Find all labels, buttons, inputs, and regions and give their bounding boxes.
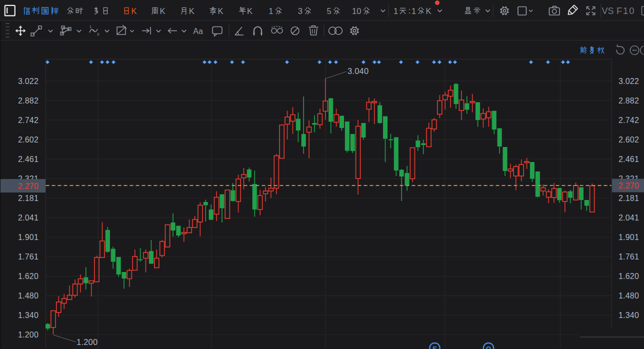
svg-text:2.181: 2.181 bbox=[618, 194, 639, 202]
svg-text:2.882: 2.882 bbox=[618, 96, 639, 105]
svg-text:2.602: 2.602 bbox=[18, 136, 38, 144]
svg-text:1.901: 1.901 bbox=[18, 233, 38, 242]
svg-text:1.200: 1.200 bbox=[76, 338, 98, 346]
svg-text:2.041: 2.041 bbox=[618, 214, 639, 222]
svg-text:1.480: 1.480 bbox=[618, 292, 639, 300]
svg-text:1.901: 1.901 bbox=[618, 233, 639, 242]
svg-text:1: 1 bbox=[394, 6, 398, 16]
svg-text:K: K bbox=[426, 6, 431, 16]
svg-text:2.882: 2.882 bbox=[18, 96, 38, 105]
svg-text:K: K bbox=[247, 6, 252, 16]
svg-text:VS: VS bbox=[602, 6, 614, 16]
svg-text:3: 3 bbox=[97, 32, 100, 36]
svg-text:2.742: 2.742 bbox=[618, 116, 639, 124]
svg-text:E: E bbox=[432, 345, 437, 349]
svg-text::: : bbox=[408, 6, 411, 15]
svg-text:K: K bbox=[218, 6, 224, 16]
svg-text:2.181: 2.181 bbox=[18, 194, 38, 202]
svg-text:2.742: 2.742 bbox=[18, 116, 38, 124]
svg-text:K: K bbox=[189, 6, 194, 16]
svg-text:1.620: 1.620 bbox=[18, 272, 38, 280]
svg-text:3: 3 bbox=[298, 6, 302, 16]
svg-text:2.041: 2.041 bbox=[18, 214, 38, 222]
svg-text:1: 1 bbox=[90, 24, 92, 29]
svg-text:1: 1 bbox=[412, 6, 416, 16]
svg-text:3.022: 3.022 bbox=[618, 77, 639, 86]
svg-text:1.200: 1.200 bbox=[18, 330, 38, 339]
svg-text:2.270: 2.270 bbox=[618, 182, 639, 190]
svg-text:10: 10 bbox=[352, 6, 361, 16]
svg-text:3.040: 3.040 bbox=[348, 66, 368, 76]
svg-text:Aa: Aa bbox=[193, 27, 203, 36]
svg-text:2.461: 2.461 bbox=[18, 155, 38, 164]
svg-text:2.270: 2.270 bbox=[18, 182, 38, 190]
svg-text:2.602: 2.602 bbox=[618, 136, 639, 144]
svg-text:1: 1 bbox=[268, 6, 273, 16]
svg-text:1.340: 1.340 bbox=[618, 311, 639, 320]
svg-text:1.340: 1.340 bbox=[18, 311, 38, 320]
svg-text:5: 5 bbox=[326, 6, 331, 16]
svg-text:Q: Q bbox=[486, 345, 491, 349]
svg-text:F10: F10 bbox=[616, 6, 635, 16]
svg-text:1.761: 1.761 bbox=[18, 252, 38, 261]
svg-text:1.620: 1.620 bbox=[618, 272, 639, 280]
svg-text:K: K bbox=[160, 6, 166, 16]
svg-text:2.461: 2.461 bbox=[618, 155, 639, 164]
svg-text:K: K bbox=[132, 6, 137, 16]
svg-text:1.761: 1.761 bbox=[618, 252, 639, 261]
svg-text:1.480: 1.480 bbox=[18, 292, 38, 300]
svg-text:3.022: 3.022 bbox=[18, 77, 38, 86]
